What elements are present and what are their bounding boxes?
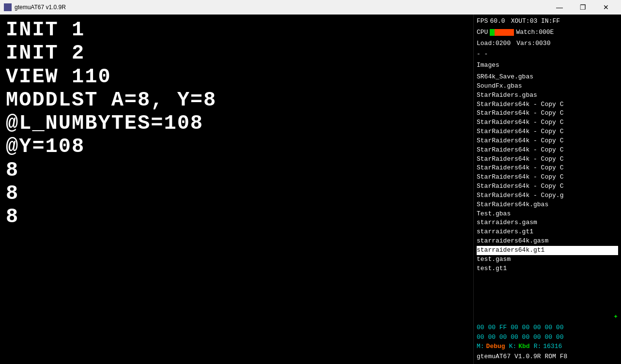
close-button[interactable]: ✕ <box>595 0 617 15</box>
fps-label: FPS <box>477 16 488 27</box>
mode-r-val: 16316 <box>543 342 562 352</box>
load-value: Load:0200 <box>477 39 511 49</box>
fps-value: 60.0 <box>490 16 505 27</box>
file-list-item[interactable]: SR64k_Save.gbas <box>477 73 618 82</box>
window-title: gtemuAT67 v1.0.9R <box>15 4 548 11</box>
xout-value: XOUT:03 IN:FF <box>511 16 560 27</box>
maximize-button[interactable]: ❐ <box>572 0 594 15</box>
vars-value: Vars:0030 <box>516 39 550 49</box>
file-list-item[interactable]: StarRaiders64k - Copy C <box>477 146 618 155</box>
file-list-item[interactable]: StarRaiders64k.gbas <box>477 200 618 210</box>
cpu-bar-green <box>490 29 495 36</box>
file-list-item[interactable]: StarRaiders64k - Copy C <box>477 164 618 173</box>
dot-row: - - <box>477 49 618 60</box>
file-list-item[interactable]: starraiders.gt1 <box>477 228 618 237</box>
file-list-item[interactable]: StarRaiders64k - Copy C <box>477 136 618 146</box>
minimize-button[interactable]: — <box>548 0 571 15</box>
mode-r-label: R: <box>534 342 542 352</box>
memory-section: 00 00 FF 00 00 00 00 0000 00 00 00 00 00… <box>477 323 618 342</box>
file-list-item[interactable]: SoundFx.gbas <box>477 82 618 91</box>
cpu-bar <box>490 29 514 36</box>
memory-hex-row: 00 00 00 00 00 00 00 00 <box>477 333 618 342</box>
status-top: FPS 60.0 XOUT:03 IN:FF CPU Watch:000E Lo… <box>477 16 618 73</box>
file-list-item[interactable]: StarRaiders64k - Copy.g <box>477 191 618 200</box>
file-list-item[interactable]: Test.gbas <box>477 210 618 219</box>
app-icon <box>4 3 12 11</box>
memory-hex-row: 00 00 FF 00 00 00 00 00 <box>477 323 618 333</box>
file-list-item[interactable]: StarRaiders64k - Copy C <box>477 100 618 109</box>
file-list-item[interactable]: StarRaiders64k - Copy C <box>477 182 618 191</box>
file-list-item[interactable]: StarRaiders64k - Copy C <box>477 173 618 182</box>
cpu-label: CPU <box>477 28 488 38</box>
file-list-item[interactable]: starraiders64k.gasm <box>477 237 618 246</box>
green-star-bottom: ✦ <box>477 311 618 321</box>
main-area: INIT 1 INIT 2 VIEW 110 MODDLST A=8, Y=8 … <box>0 15 621 364</box>
mode-row: M: Debug K: Kbd R: 16316 <box>477 342 618 352</box>
file-list-item[interactable]: starraiders.gasm <box>477 218 618 228</box>
mode-m-label: M: <box>477 342 484 352</box>
cpu-bar-red <box>495 29 514 36</box>
window-controls: — ❐ ✕ <box>548 0 617 15</box>
file-list-item[interactable]: starraiders64k.gt1 <box>477 246 618 255</box>
file-list-item[interactable]: StarRaiders64k - Copy C <box>477 127 618 136</box>
load-row: Load:0200 Vars:0030 <box>477 39 618 49</box>
images-label: Images <box>477 61 618 71</box>
file-list-item[interactable]: StarRaiders64k - Copy C <box>477 109 618 118</box>
title-bar: gtemuAT67 v1.0.9R — ❐ ✕ <box>0 0 621 15</box>
file-list: SR64k_Save.gbasSoundFx.gbasStarRaiders.g… <box>477 73 618 311</box>
right-panel: FPS 60.0 XOUT:03 IN:FF CPU Watch:000E Lo… <box>473 15 621 364</box>
app-version-row: gtemuAT67 V1.0.9R ROM F8 <box>477 352 618 362</box>
mode-k-label: K: <box>509 342 517 352</box>
program-output: INIT 1 INIT 2 VIEW 110 MODDLST A=8, Y=8 … <box>6 18 467 229</box>
file-list-item[interactable]: StarRaiders64k - Copy C <box>477 118 618 127</box>
bottom-status: M: Debug K: Kbd R: 16316 gtemuAT67 V1.0.… <box>477 342 618 362</box>
fps-row: FPS 60.0 XOUT:03 IN:FF <box>477 16 618 27</box>
watch-value: Watch:000E <box>516 28 554 38</box>
mode-kbd-value: Kbd <box>518 342 529 352</box>
file-list-item[interactable]: test.gasm <box>477 255 618 264</box>
main-display: INIT 1 INIT 2 VIEW 110 MODDLST A=8, Y=8 … <box>0 15 473 364</box>
mode-debug-value: Debug <box>486 342 505 352</box>
file-list-item[interactable]: StarRaiders.gbas <box>477 91 618 100</box>
cpu-row: CPU Watch:000E <box>477 28 618 38</box>
file-list-item[interactable]: StarRaiders64k - Copy C <box>477 155 618 164</box>
file-list-item[interactable]: test.gt1 <box>477 264 618 273</box>
